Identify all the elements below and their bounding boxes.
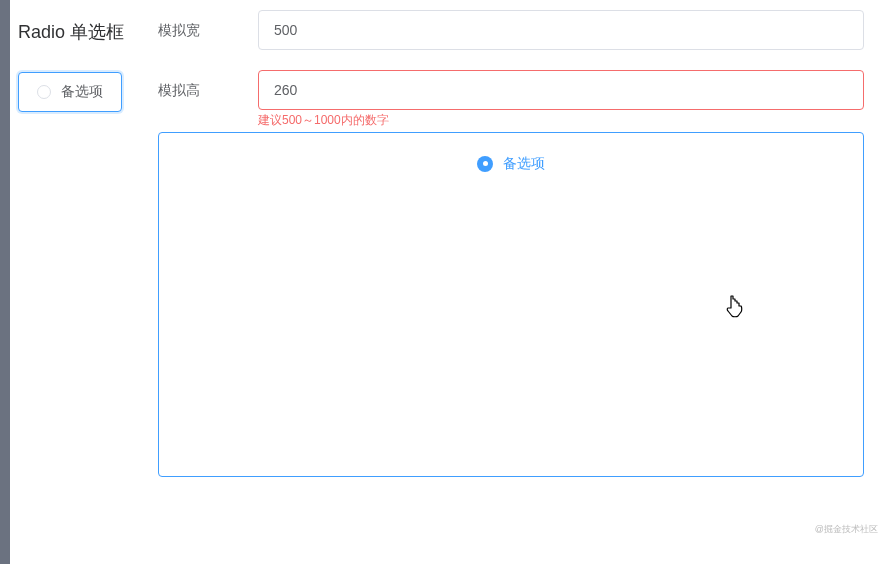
radio-checked-icon — [477, 156, 493, 172]
left-rail — [0, 0, 10, 564]
main-container: Radio 单选框 备选项 模拟宽 模拟高 建议500～1000内的数字 — [18, 10, 864, 477]
preview-radio-selected[interactable]: 备选项 — [477, 155, 545, 173]
watermark: @掘金技术社区 — [815, 523, 878, 536]
form-row-height: 模拟高 建议500～1000内的数字 — [158, 70, 864, 126]
preview-radio-label: 备选项 — [503, 155, 545, 173]
page-title: Radio 单选框 — [18, 20, 158, 44]
right-column: 模拟宽 模拟高 建议500～1000内的数字 备选项 — [158, 10, 864, 477]
left-column: Radio 单选框 备选项 — [18, 10, 158, 112]
height-label: 模拟高 — [158, 70, 258, 110]
radio-circle-icon — [37, 85, 51, 99]
width-input[interactable] — [258, 10, 864, 50]
form-row-width: 模拟宽 — [158, 10, 864, 50]
radio-option-bordered[interactable]: 备选项 — [18, 72, 122, 112]
preview-panel: 备选项 — [158, 132, 864, 477]
height-input[interactable] — [258, 70, 864, 110]
height-error-message: 建议500～1000内的数字 — [258, 110, 864, 126]
radio-option-label: 备选项 — [61, 83, 103, 101]
width-label: 模拟宽 — [158, 10, 258, 50]
